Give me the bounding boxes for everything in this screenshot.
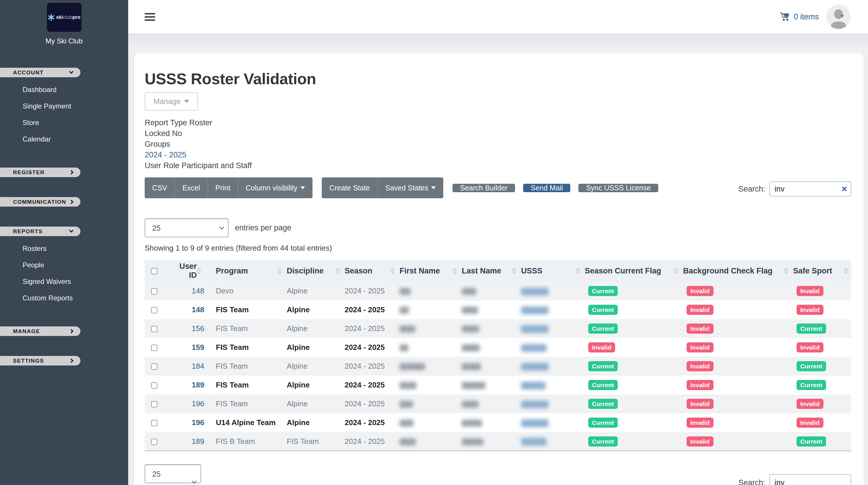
search-input-bottom[interactable] — [769, 474, 851, 485]
select-all-checkbox[interactable] — [151, 268, 157, 274]
user-id-link[interactable]: 196 — [192, 399, 204, 408]
sort-icon[interactable] — [844, 267, 848, 275]
column-header-season-current-flag[interactable]: Season Current Flag — [583, 260, 681, 281]
saved-states-button[interactable]: Saved States — [378, 177, 443, 198]
search-label-bottom: Search: — [738, 478, 765, 485]
column-header-user-id[interactable]: User ID — [162, 260, 214, 281]
sort-icon[interactable] — [453, 267, 457, 275]
sidebar-item-signed-waivers[interactable]: Signed Waivers — [0, 273, 128, 290]
usss-license-redacted — [521, 382, 546, 390]
column-header-discipline[interactable]: Discipline — [285, 260, 343, 281]
safe-sport-badge: Invalid — [797, 342, 824, 353]
row-checkbox[interactable] — [151, 345, 157, 351]
background-check-flag-badge: Invalid — [687, 342, 713, 353]
program-cell: FIS Team — [214, 357, 285, 375]
row-checkbox[interactable] — [151, 420, 157, 426]
sort-icon[interactable] — [277, 267, 282, 275]
user-id-link[interactable]: 189 — [192, 437, 204, 446]
row-checkbox[interactable] — [151, 326, 157, 332]
print-button[interactable]: Print — [208, 177, 238, 198]
sort-icon[interactable] — [576, 267, 580, 275]
sidebar-item-store[interactable]: Store — [0, 114, 128, 131]
sidebar-section-register[interactable]: REGISTER — [0, 168, 81, 177]
row-checkbox[interactable] — [151, 439, 157, 445]
user-id-link[interactable]: 159 — [192, 343, 204, 352]
page-title: USSS Roster Validation — [145, 70, 851, 88]
row-checkbox[interactable] — [151, 288, 157, 295]
sidebar-item-rosters[interactable]: Rosters — [0, 240, 128, 257]
entries-per-page-select-bottom[interactable]: 25 — [145, 464, 201, 483]
last-name-redacted — [462, 326, 479, 333]
user-id-link[interactable]: 196 — [192, 418, 204, 427]
sidebar-item-single-payment[interactable]: Single Payment — [0, 98, 128, 114]
sync-usss-license-button[interactable]: Sync USSS License — [578, 184, 658, 192]
sidebar-section-account[interactable]: ACCOUNT — [0, 68, 81, 77]
state-button-group: Create StateSaved States — [322, 177, 443, 198]
excel-button[interactable]: Excel — [175, 177, 208, 198]
search-input[interactable] — [769, 181, 851, 196]
manage-dropdown-button[interactable]: Manage — [145, 92, 198, 111]
safe-sport-badge: Invalid — [797, 305, 824, 315]
column-header-season[interactable]: Season — [343, 260, 398, 281]
table-row: 189FIS B TeamFIS Team2024 - 2025CurrentI… — [145, 432, 851, 451]
discipline-cell: Alpine — [285, 394, 343, 413]
program-cell: U14 Alpine Team — [214, 413, 285, 432]
column-header-safe-sport[interactable]: Safe Sport — [791, 260, 851, 281]
column-header-first-name[interactable]: First Name — [398, 260, 460, 281]
menu-toggle-icon[interactable] — [145, 11, 155, 23]
user-id-link[interactable]: 189 — [192, 381, 204, 389]
user-id-link[interactable]: 148 — [192, 305, 204, 314]
sidebar-item-calendar[interactable]: Calendar — [0, 131, 128, 147]
sidebar-section-settings[interactable]: SETTINGS — [0, 356, 81, 365]
row-checkbox[interactable] — [151, 307, 157, 313]
row-checkbox[interactable] — [151, 363, 157, 370]
cart-link[interactable]: 0 items — [780, 12, 819, 22]
column-header-background-check-flag[interactable]: Background Check Flag — [681, 260, 791, 281]
usss-license-redacted — [521, 344, 547, 352]
sidebar-item-custom-reports[interactable]: Custom Reports — [0, 290, 128, 306]
season-current-flag-badge: Current — [588, 418, 618, 428]
sidebar-item-people[interactable]: People — [0, 257, 128, 273]
sidebar-section-manage[interactable]: MANAGE — [0, 326, 81, 336]
page-length-control: 25 entries per page — [145, 218, 851, 237]
column-header-last-name[interactable]: Last Name — [460, 260, 519, 281]
csv-button[interactable]: CSV — [145, 177, 175, 198]
first-name-redacted — [400, 288, 410, 295]
row-checkbox[interactable] — [151, 382, 157, 389]
first-name-redacted — [400, 344, 408, 351]
sort-icon[interactable] — [784, 267, 788, 275]
clear-search-icon[interactable]: × — [841, 184, 847, 193]
sidebar-item-dashboard[interactable]: Dashboard — [0, 81, 128, 98]
entries-per-page-select[interactable]: 25 — [145, 218, 228, 237]
sort-icon[interactable] — [335, 267, 340, 275]
sort-icon[interactable] — [674, 267, 679, 275]
sort-icon[interactable] — [197, 267, 202, 275]
skiclubpro-logo[interactable]: skiclubpro — [47, 3, 82, 32]
background-check-flag-badge: Invalid — [687, 436, 713, 447]
cart-count-label: 0 items — [794, 12, 819, 22]
groups-label: Groups — [145, 139, 851, 150]
send-mail-button[interactable]: Send Mail — [523, 184, 570, 192]
user-avatar[interactable] — [826, 5, 850, 29]
sort-icon[interactable] — [390, 267, 395, 275]
report-type-line: Report Type Roster — [145, 118, 851, 128]
first-name-redacted — [400, 438, 416, 445]
sidebar-section-reports[interactable]: REPORTS — [0, 226, 81, 236]
last-name-redacted — [462, 382, 486, 389]
row-checkbox[interactable] — [151, 401, 157, 407]
table-row: 148DevoAlpine2024 - 2025CurrentInvalidIn… — [145, 281, 851, 300]
sidebar-section-communication[interactable]: COMMUNICATION — [0, 197, 81, 207]
safe-sport-badge: Invalid — [797, 418, 824, 428]
column-header-program[interactable]: Program — [214, 260, 285, 281]
search-builder-button[interactable]: Search Builder — [453, 184, 515, 192]
user-id-link[interactable]: 148 — [192, 286, 204, 295]
user-id-link[interactable]: 156 — [192, 324, 204, 333]
group-link[interactable]: 2024 - 2025 — [145, 150, 186, 159]
column-visibility-button[interactable]: Column visibility — [238, 177, 312, 198]
caret-down-icon — [184, 100, 189, 103]
column-header-usss[interactable]: USSS — [519, 260, 583, 281]
user-id-link[interactable]: 184 — [192, 362, 204, 370]
sort-icon[interactable] — [512, 267, 517, 275]
chevron-right-icon — [69, 170, 74, 175]
create-state-button[interactable]: Create State — [322, 177, 377, 198]
